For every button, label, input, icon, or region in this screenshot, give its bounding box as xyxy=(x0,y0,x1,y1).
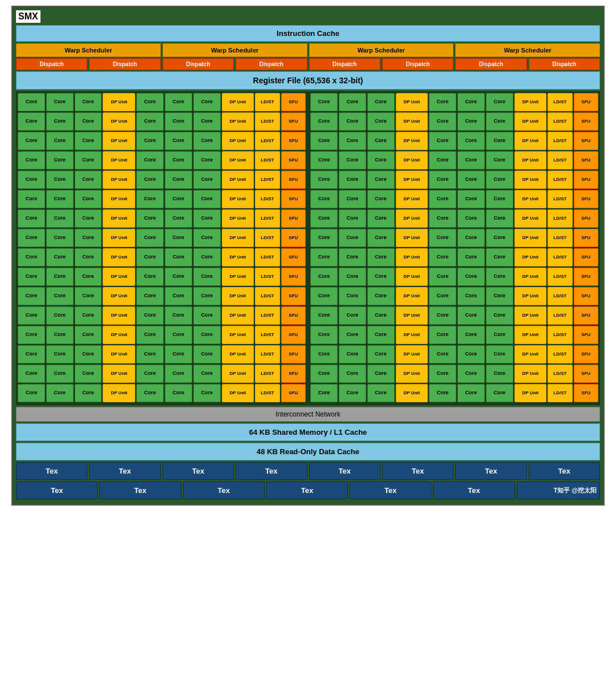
cell-core: Core xyxy=(310,268,338,286)
shared-memory: 64 KB Shared Memory / L1 Cache xyxy=(16,423,600,441)
dispatch-8: Dispatch xyxy=(529,58,600,70)
cell-ldst: LD/ST xyxy=(548,132,572,150)
tex-1-7: Tex xyxy=(455,462,526,480)
cell-dp: DP Unit xyxy=(222,132,254,150)
cell-core: Core xyxy=(310,229,338,247)
cell-core: Core xyxy=(367,326,395,344)
cell-dp: DP Unit xyxy=(103,112,135,131)
cell-core: Core xyxy=(486,268,513,286)
warp-scheduler-4: Warp Scheduler xyxy=(455,43,600,57)
cell-core: Core xyxy=(367,93,395,111)
cell-dp: DP Unit xyxy=(396,345,428,363)
cell-dp: DP Unit xyxy=(103,365,135,383)
cell-dp: DP Unit xyxy=(103,190,135,208)
cell-dp: DP Unit xyxy=(514,268,547,286)
cell-sfu: SFU xyxy=(281,190,306,208)
cell-core: Core xyxy=(18,229,45,247)
cell-core: Core xyxy=(457,326,485,344)
cell-dp: DP Unit xyxy=(396,384,428,402)
cell-core: Core xyxy=(136,345,164,363)
cell-core: Core xyxy=(136,132,164,150)
cell-core: Core xyxy=(46,171,74,189)
cell-dp: DP Unit xyxy=(103,345,135,363)
cell-core: Core xyxy=(310,287,338,305)
cell-dp: DP Unit xyxy=(103,229,135,247)
cell-core: Core xyxy=(486,384,513,402)
cell-sfu: SFU xyxy=(574,365,598,383)
cell-sfu: SFU xyxy=(281,384,306,402)
cell-dp: DP Unit xyxy=(396,287,428,305)
cell-dp: DP Unit xyxy=(514,171,547,189)
core-row: CoreCoreCoreDP UnitCoreCoreCoreDP UnitLD… xyxy=(18,248,598,266)
dispatch-5: Dispatch xyxy=(309,58,380,70)
cell-core: Core xyxy=(75,268,102,286)
instruction-cache: Instruction Cache xyxy=(16,25,600,42)
cell-sfu: SFU xyxy=(281,151,306,169)
cell-dp: DP Unit xyxy=(222,112,254,131)
cell-core: Core xyxy=(165,229,192,247)
cell-dp: DP Unit xyxy=(514,384,547,402)
tex-2-1: Tex xyxy=(16,482,98,499)
cell-core: Core xyxy=(367,229,395,247)
cell-core: Core xyxy=(136,384,164,402)
cell-core: Core xyxy=(429,112,456,131)
core-row: CoreCoreCoreDP UnitCoreCoreCoreDP UnitLD… xyxy=(18,151,598,169)
cell-sfu: SFU xyxy=(281,209,306,228)
tex-1-2: Tex xyxy=(89,462,160,480)
cell-core: Core xyxy=(136,287,164,305)
cell-ldst: LD/ST xyxy=(255,306,279,325)
cell-core: Core xyxy=(46,365,74,383)
cell-dp: DP Unit xyxy=(514,209,547,228)
cell-core: Core xyxy=(136,248,164,266)
cell-dp: DP Unit xyxy=(396,132,428,150)
cell-core: Core xyxy=(429,151,456,169)
cell-core: Core xyxy=(339,365,366,383)
cell-ldst: LD/ST xyxy=(548,365,572,383)
cell-dp: DP Unit xyxy=(396,112,428,131)
cell-core: Core xyxy=(165,345,192,363)
cell-core: Core xyxy=(46,345,74,363)
cell-core: Core xyxy=(367,112,395,131)
cell-core: Core xyxy=(75,384,102,402)
cell-core: Core xyxy=(75,190,102,208)
cell-core: Core xyxy=(165,190,192,208)
cell-core: Core xyxy=(165,384,192,402)
dispatch-3: Dispatch xyxy=(163,58,234,70)
core-row: CoreCoreCoreDP UnitCoreCoreCoreDP UnitLD… xyxy=(18,190,598,208)
cell-core: Core xyxy=(310,132,338,150)
cell-core: Core xyxy=(486,151,513,169)
cell-sfu: SFU xyxy=(574,306,598,325)
cell-dp: DP Unit xyxy=(222,287,254,305)
cell-core: Core xyxy=(429,268,456,286)
cell-core: Core xyxy=(310,384,338,402)
cell-core: Core xyxy=(193,132,221,150)
cell-dp: DP Unit xyxy=(514,365,547,383)
cell-core: Core xyxy=(367,306,395,325)
smx-title: SMX xyxy=(16,10,40,23)
cell-sfu: SFU xyxy=(281,248,306,266)
core-row: CoreCoreCoreDP UnitCoreCoreCoreDP UnitLD… xyxy=(18,306,598,325)
cell-core: Core xyxy=(165,306,192,325)
cell-core: Core xyxy=(457,132,485,150)
cell-core: Core xyxy=(457,229,485,247)
core-row: CoreCoreCoreDP UnitCoreCoreCoreDP UnitLD… xyxy=(18,171,598,189)
cell-sfu: SFU xyxy=(281,112,306,131)
tex-1-6: Tex xyxy=(382,462,453,480)
cell-core: Core xyxy=(18,209,45,228)
cell-dp: DP Unit xyxy=(103,93,135,111)
cell-core: Core xyxy=(339,209,366,228)
cell-core: Core xyxy=(310,326,338,344)
cell-ldst: LD/ST xyxy=(255,151,279,169)
cell-core: Core xyxy=(193,151,221,169)
cell-dp: DP Unit xyxy=(514,287,547,305)
cell-ldst: LD/ST xyxy=(255,248,279,266)
warp-scheduler-row: Warp Scheduler Warp Scheduler Warp Sched… xyxy=(16,43,600,57)
dispatch-4: Dispatch xyxy=(236,58,307,70)
cell-core: Core xyxy=(429,171,456,189)
cell-sfu: SFU xyxy=(574,229,598,247)
core-row: CoreCoreCoreDP UnitCoreCoreCoreDP UnitLD… xyxy=(18,326,598,344)
cell-ldst: LD/ST xyxy=(548,306,572,325)
cell-dp: DP Unit xyxy=(222,209,254,228)
cell-dp: DP Unit xyxy=(103,326,135,344)
cell-dp: DP Unit xyxy=(396,209,428,228)
